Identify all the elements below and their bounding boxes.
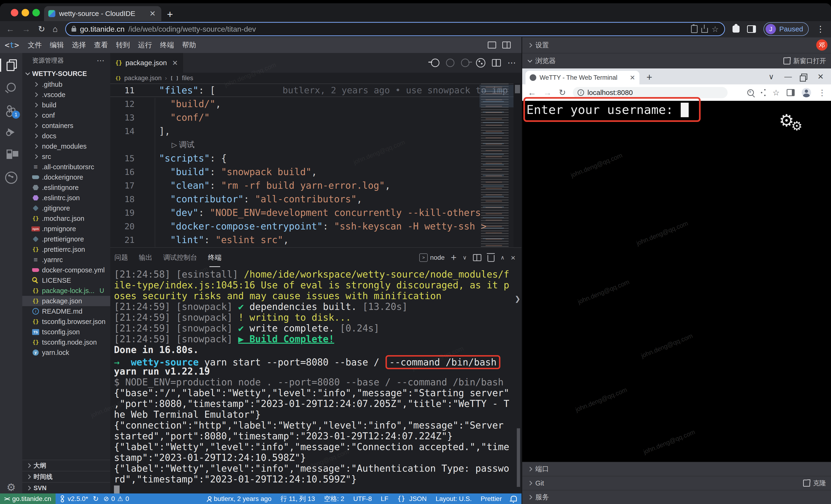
wetty-tab[interactable]: WeTTY - The Web Terminal ✕ (525, 71, 639, 84)
tree-item[interactable]: .prettierignore (22, 234, 110, 244)
wetty-settings-gears-icon[interactable]: ⚙⚙ (779, 111, 794, 130)
run-debug-icon[interactable] (0, 123, 22, 142)
bookmark-star-icon[interactable]: ☆ (773, 88, 780, 97)
tree-item[interactable]: docker-compose.yml (22, 265, 110, 275)
blame-status[interactable]: butlerx, 2 years ago (207, 495, 271, 503)
site-info-icon[interactable]: i (577, 89, 584, 96)
extensions-puzzle-icon[interactable] (733, 26, 740, 33)
tab-debug-console[interactable]: 调试控制台 (163, 253, 197, 262)
menu-terminal[interactable]: 终端 (156, 40, 178, 50)
close-tab-icon[interactable]: ✕ (630, 74, 635, 82)
back-icon[interactable]: ← (6, 25, 15, 33)
clone-button[interactable]: 克隆 (803, 479, 831, 487)
source-control-icon[interactable]: 1 (0, 101, 22, 120)
share-icon[interactable] (761, 92, 762, 93)
close-window-button[interactable] (11, 9, 18, 17)
terminal-dropdown-icon[interactable]: ∨ (463, 254, 467, 261)
side-panel-icon[interactable] (747, 25, 756, 33)
section-svn[interactable]: SVN (22, 482, 110, 494)
workspace-root[interactable]: WETTY-SOURCE (22, 68, 110, 79)
browser-tab[interactable]: wetty-source - CloudIDE ✕ (44, 6, 161, 21)
sync-icon[interactable]: ↻ (93, 495, 99, 503)
open-new-window-button[interactable]: 新窗口打开 (783, 57, 831, 65)
forward-icon[interactable]: → (543, 88, 552, 97)
section-timeline[interactable]: 时间线 (22, 471, 110, 482)
tree-item[interactable]: .npmignore (22, 224, 110, 234)
fullscreen-icon[interactable] (488, 41, 496, 49)
chrome-menu-icon[interactable]: ⋮ (816, 24, 825, 34)
back-icon[interactable]: ← (528, 88, 536, 97)
nav-forward-icon[interactable] (461, 59, 469, 67)
tree-item[interactable]: .yarnrc (22, 255, 110, 265)
editor-tab-packagejson[interactable]: {} package.json ✕ (110, 53, 183, 73)
nav-location-icon[interactable] (446, 59, 454, 67)
close-icon[interactable]: ✕ (818, 72, 824, 81)
tree-item[interactable]: build (22, 100, 110, 110)
problems-indicator[interactable]: ⊘0⚠0 (104, 495, 129, 503)
tree-item[interactable]: node_modules (22, 141, 110, 151)
tree-item-selected[interactable]: package.json (22, 296, 110, 306)
zoom-window-button[interactable] (32, 9, 40, 17)
menu-goto[interactable]: 转到 (112, 40, 134, 50)
encoding[interactable]: UTF-8 (353, 495, 372, 503)
home-icon[interactable]: ⌂ (53, 25, 58, 33)
section-outline[interactable]: 大纲 (22, 460, 110, 471)
profile-chip[interactable]: J Paused (764, 22, 809, 36)
section-settings[interactable]: 设置 (522, 37, 831, 53)
close-tab-icon[interactable]: ✕ (172, 59, 178, 67)
new-tab-button[interactable]: + (167, 8, 173, 20)
tree-item[interactable]: package-lock.js...U (22, 286, 110, 296)
terminal-output[interactable]: [21:24:58] [esinstall] /home/ide/workspa… (110, 267, 521, 495)
code-editor[interactable]: 11"files": [butlerx, 2 years ago • use s… (110, 84, 521, 247)
tree-item[interactable]: containers (22, 120, 110, 131)
forward-icon[interactable]: → (22, 25, 30, 33)
tab-problems[interactable]: 问题 (114, 253, 128, 262)
section-git[interactable]: Git 克隆 (522, 476, 831, 490)
tree-item[interactable]: .eslintrc.json (22, 193, 110, 203)
section-services[interactable]: 服务 (522, 490, 831, 504)
save-page-icon[interactable] (691, 25, 697, 33)
menu-help[interactable]: 帮助 (178, 40, 200, 50)
eol[interactable]: LF (381, 495, 389, 503)
panel-overflow-chevron[interactable]: ❯ (515, 295, 520, 303)
share-icon[interactable] (701, 28, 708, 33)
address-bar[interactable]: go.titanide.cn /ide/web/coding/wetty-sou… (65, 22, 725, 36)
remote-indicator[interactable]: ><go.titanide.cn (0, 494, 56, 504)
close-panel-icon[interactable]: × (511, 253, 515, 262)
tab-output[interactable]: 输出 (139, 253, 152, 262)
language-mode[interactable]: JSON (397, 495, 427, 503)
svn-icon[interactable] (0, 168, 22, 187)
branch-indicator[interactable]: v2.5.0* (61, 495, 88, 503)
editor-scrollbar[interactable] (514, 84, 521, 247)
tree-item[interactable]: .gitignore (22, 203, 110, 213)
extensions-icon[interactable] (0, 145, 22, 164)
tree-item[interactable]: .prettierrc.json (22, 244, 110, 255)
run-script-icon[interactable] (476, 58, 485, 67)
layout-toggle-icon[interactable] (502, 41, 511, 49)
breadcrumb[interactable]: {} package.json › [ ] files (110, 73, 521, 84)
bookmark-star-icon[interactable]: ☆ (712, 24, 719, 34)
tree-item[interactable]: .github (22, 79, 110, 90)
tree-item[interactable]: .all-contributorsrc (22, 162, 110, 172)
menu-view[interactable]: 查看 (90, 40, 112, 50)
more-actions-icon[interactable]: ⋯ (508, 61, 516, 64)
tree-item[interactable]: .mocharc.json (22, 213, 110, 224)
side-panel-icon[interactable] (787, 89, 795, 96)
kill-terminal-icon[interactable] (487, 255, 494, 262)
notifications-bell-icon[interactable] (511, 496, 517, 501)
new-tab-icon[interactable]: + (647, 72, 652, 83)
tree-item[interactable]: conf (22, 110, 110, 120)
shell-selector[interactable]: >node (419, 254, 445, 262)
zoom-icon[interactable] (747, 89, 754, 96)
tab-list-chevron-icon[interactable]: ∨ (769, 72, 774, 81)
tab-terminal[interactable]: 终端 (208, 253, 222, 262)
indentation[interactable]: 空格: 2 (324, 494, 344, 503)
new-terminal-icon[interactable]: + (451, 252, 457, 263)
minimize-window-button[interactable] (22, 9, 29, 17)
reload-icon[interactable]: ↻ (559, 88, 566, 97)
codelens-line[interactable]: 调试 (110, 138, 521, 151)
menu-run[interactable]: 运行 (134, 40, 156, 50)
minimize-icon[interactable]: — (784, 72, 792, 81)
reload-icon[interactable]: ↻ (38, 25, 45, 33)
terminal-scrollbar[interactable] (517, 428, 520, 487)
